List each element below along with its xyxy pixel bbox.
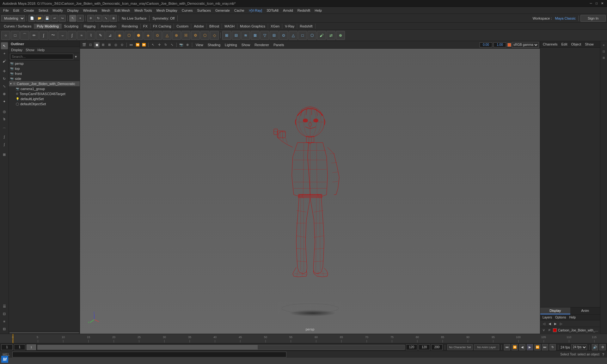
shelf-quad[interactable]: □: [298, 31, 307, 40]
transform-tool-button[interactable]: ⊕: [1, 90, 8, 97]
rnt-btn1[interactable]: ≡: [601, 42, 607, 48]
open-button[interactable]: 📂: [36, 15, 43, 22]
shelf-cube2[interactable]: ⬡: [125, 31, 133, 40]
shelf-transfer[interactable]: ⇄: [327, 31, 335, 40]
gamma-dropdown[interactable]: sRGB gamma: [512, 42, 539, 48]
shelf-curve2[interactable]: ∫: [39, 31, 48, 40]
shelf-cv[interactable]: ≈: [77, 31, 86, 40]
viewport-menu-show[interactable]: Show: [240, 42, 252, 47]
camera-far-input[interactable]: [494, 42, 506, 47]
rp-anim-tab[interactable]: Anim: [570, 307, 600, 314]
shelf-smooth[interactable]: ≋: [241, 31, 250, 40]
module-rendering[interactable]: Rendering: [119, 24, 141, 29]
shelf-triangulate[interactable]: △: [289, 31, 297, 40]
range-end-input[interactable]: [419, 344, 430, 350]
shelf-platonic[interactable]: ◇: [210, 31, 219, 40]
fps-dropdown[interactable]: 24 fps 30 fps 60 fps: [571, 344, 587, 350]
module-vray[interactable]: V-Ray: [282, 24, 297, 29]
menu-mesh-tools[interactable]: Mesh Tools: [132, 8, 154, 13]
shelf-combine[interactable]: ⊞: [222, 31, 231, 40]
rp-show-tab[interactable]: Show: [584, 42, 595, 47]
module-poly-modeling[interactable]: Poly Modeling: [34, 24, 61, 29]
menu-surfaces[interactable]: Surfaces: [195, 8, 213, 13]
layer-prev-button[interactable]: ◀: [547, 321, 552, 326]
shelf-remesh[interactable]: ⊠: [251, 31, 260, 40]
shelf-paint1[interactable]: ✏: [30, 31, 39, 40]
shelf-ep[interactable]: ⌇: [87, 31, 95, 40]
menu-redshift[interactable]: Redshift: [296, 8, 312, 13]
viewport-menu-renderer[interactable]: Renderer: [253, 42, 271, 47]
shelf-cone[interactable]: △: [162, 31, 171, 40]
timeline-area[interactable]: 0 5 10 15 20 25 30 35 40 45 50 55 60: [0, 334, 607, 343]
camera-near-input[interactable]: [480, 42, 492, 47]
sign-in-button[interactable]: Sign In: [580, 15, 606, 22]
transform-button[interactable]: ⊕: [110, 15, 117, 22]
menu-windows[interactable]: Windows: [81, 8, 99, 13]
prev-frame-button[interactable]: ⏪: [512, 344, 518, 350]
menu-edit[interactable]: Edit: [11, 8, 21, 13]
tools-settings-icon[interactable]: ⊟: [1, 325, 8, 332]
menu-generate[interactable]: Generate: [213, 8, 232, 13]
no-anim-layer-button[interactable]: No Anim Layer: [474, 344, 499, 350]
vp-scale-icon[interactable]: ⤡: [169, 42, 175, 48]
show-manipulator-button[interactable]: ⊞: [1, 151, 8, 158]
paint-select-button[interactable]: 🖌: [1, 58, 8, 64]
vp-wire-icon[interactable]: ⊞: [100, 42, 106, 48]
ep-curve-button[interactable]: ∫: [1, 133, 8, 140]
max-range-input[interactable]: [431, 344, 443, 350]
rnt-btn2[interactable]: ⊡: [601, 49, 607, 54]
viewport-canvas[interactable]: front persp X Y Z: [80, 49, 540, 334]
menu-cache[interactable]: Cache: [232, 8, 246, 13]
menu-curves[interactable]: Curves: [180, 8, 195, 13]
outliner-scrollbar[interactable]: [9, 331, 80, 334]
outliner-search-input[interactable]: [10, 54, 73, 59]
universal-manip-button[interactable]: ✦: [1, 98, 8, 105]
vp-rew-icon[interactable]: ⏪: [135, 42, 140, 48]
shelf-circle[interactable]: ○: [1, 31, 10, 40]
shelf-gear[interactable]: ⚙: [191, 31, 200, 40]
range-end-display[interactable]: [406, 344, 417, 350]
sculpt-button[interactable]: 🖱: [1, 116, 8, 123]
shelf-torus[interactable]: ⊙: [153, 31, 162, 40]
layer-vis-button[interactable]: V: [542, 328, 546, 332]
no-character-set-button[interactable]: No Character Set: [447, 344, 473, 350]
vp-select-icon[interactable]: ↖: [150, 42, 156, 48]
vp-key-icon[interactable]: ⏩: [141, 42, 147, 48]
shelf-sphere[interactable]: ◉: [115, 31, 124, 40]
viewport-menu-shading[interactable]: Shading: [206, 42, 222, 47]
maximize-button[interactable]: □: [594, 1, 599, 6]
menu-arnold[interactable]: Arnold: [281, 8, 295, 13]
module-adobe[interactable]: Adobe: [191, 24, 207, 29]
play-back-button[interactable]: ◀: [519, 344, 525, 350]
layer-last-button[interactable]: ▷: [559, 321, 564, 326]
settings-button[interactable]: ⚙: [599, 344, 606, 350]
layer-editor-icon[interactable]: ≡: [1, 318, 8, 325]
shelf-cyl[interactable]: ⬢: [134, 31, 143, 40]
rp-edit-tab[interactable]: Edit: [560, 42, 568, 47]
rp-help-subtab[interactable]: Help: [568, 315, 577, 319]
shelf-soccer[interactable]: ⬡: [200, 31, 209, 40]
menu-mesh[interactable]: Mesh: [100, 8, 112, 13]
shelf-s1[interactable]: ⊿: [106, 31, 114, 40]
lasso-button[interactable]: ⌖: [77, 15, 84, 22]
module-motion-graphics[interactable]: Motion Graphics: [237, 24, 268, 29]
layer-next-button[interactable]: ▶: [553, 321, 558, 326]
go-end-button[interactable]: ⏭: [542, 344, 548, 350]
vp-rot-icon[interactable]: ↻: [163, 42, 169, 48]
shelf-curve1[interactable]: ⌒: [20, 31, 29, 40]
viewport-menu-lighting[interactable]: Lighting: [223, 42, 239, 47]
undo-button[interactable]: ↩: [51, 15, 58, 22]
move-button[interactable]: ✛: [87, 15, 94, 22]
outliner-item-persp[interactable]: 📷 persp: [9, 61, 80, 66]
viewport-menu-view[interactable]: View: [194, 42, 205, 47]
shelf-plane[interactable]: ◈: [144, 31, 152, 40]
new-scene-button[interactable]: 📄: [28, 15, 35, 22]
module-fx[interactable]: FX: [141, 24, 150, 29]
shelf-mirror[interactable]: ⊟: [270, 31, 279, 40]
menu-edit-mesh[interactable]: Edit Mesh: [113, 8, 132, 13]
outliner-item-side[interactable]: 📷 side: [9, 76, 80, 81]
shelf-paint2[interactable]: ⊕: [336, 31, 345, 40]
menu-vray[interactable]: >[V-Ray]: [247, 8, 264, 13]
menu-modify[interactable]: Modify: [51, 8, 64, 13]
vp-persp-icon[interactable]: ⊡: [88, 42, 93, 48]
